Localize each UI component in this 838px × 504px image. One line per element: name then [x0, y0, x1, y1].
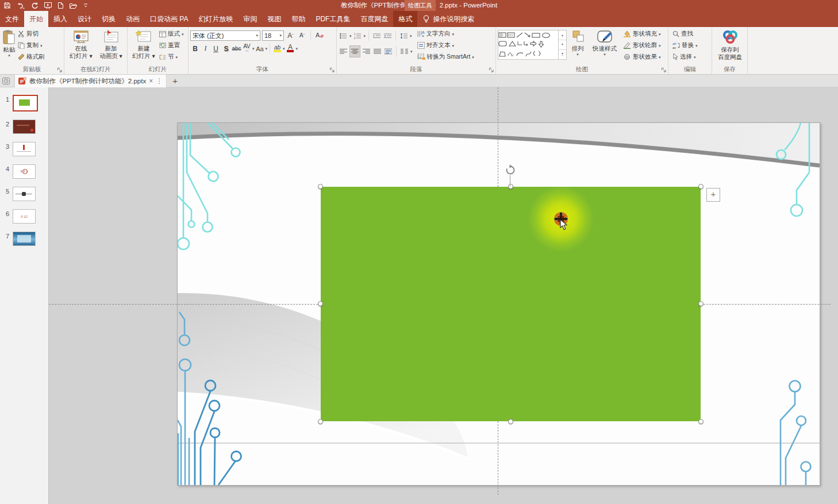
new-tab-button[interactable]: + — [172, 76, 178, 86]
tab-slideshow[interactable]: 幻灯片放映 — [193, 11, 238, 27]
resize-handle-top-left[interactable] — [318, 184, 323, 189]
gallery-down-icon[interactable]: ▾ — [559, 40, 566, 49]
tab-more-icon[interactable]: ⋮ — [156, 77, 163, 85]
resize-handle-bottom-left[interactable] — [318, 419, 323, 424]
text-direction-button[interactable]: A 文字方向▾ — [417, 29, 474, 39]
align-text-button[interactable]: 对齐文本▾ — [417, 40, 474, 51]
undo-icon[interactable] — [17, 2, 25, 9]
thumbnail-slide-4[interactable]: 4 3 2 1 — [3, 164, 48, 179]
tab-transitions[interactable]: 切换 — [97, 11, 121, 27]
thumbnail-slide-3[interactable]: 3 — [3, 142, 48, 156]
align-right-button[interactable] — [362, 46, 371, 57]
select-button[interactable]: 选择▾ — [672, 52, 698, 62]
italic-button[interactable]: I — [201, 43, 210, 54]
thumbnail-slide-6[interactable]: 6 5 12 — [3, 209, 48, 224]
columns-button[interactable] — [399, 46, 409, 57]
font-name-combo[interactable]: 宋体 (正文)▾ — [190, 30, 260, 41]
shrink-font-button[interactable]: Aˇ — [297, 30, 307, 41]
close-tab-icon[interactable]: × — [149, 77, 153, 85]
recent-presentations-icon[interactable] — [2, 77, 11, 85]
svg-text:A: A — [422, 30, 425, 34]
text-shadow-button[interactable]: S — [221, 43, 231, 54]
slideshow-icon[interactable] — [44, 2, 52, 9]
tab-animations[interactable]: 动画 — [121, 11, 145, 27]
bold-button[interactable]: B — [190, 43, 200, 54]
align-center-button[interactable] — [349, 45, 360, 57]
format-painter-button[interactable]: 格式刷 — [18, 52, 45, 62]
open-folder-icon[interactable] — [70, 3, 77, 9]
align-left-button[interactable] — [339, 46, 348, 57]
cut-button[interactable]: 剪切 — [18, 29, 45, 39]
underline-button[interactable]: U — [211, 43, 221, 54]
gallery-up-icon[interactable]: ▴ — [559, 30, 566, 40]
grow-font-button[interactable]: Aˆ — [286, 30, 295, 41]
resize-handle-middle-right[interactable] — [698, 301, 704, 306]
paste-button[interactable]: 粘贴 ▾ — [2, 29, 17, 58]
arrange-button[interactable]: 排列 ▾ — [567, 29, 589, 57]
highlight-color-button[interactable]: ab — [272, 43, 282, 54]
tab-review[interactable]: 审阅 — [238, 11, 262, 27]
shapes-gallery[interactable]: ▴ ▾ ▾̲ — [498, 30, 567, 60]
tab-format[interactable]: 格式 — [393, 11, 417, 27]
redo-icon[interactable] — [31, 2, 38, 9]
find-button[interactable]: 查找 — [672, 29, 698, 39]
tab-pdf-tools[interactable]: PDF工具集 — [310, 11, 355, 27]
font-size-combo[interactable]: 18▾ — [262, 30, 284, 41]
section-button[interactable]: 节▾ — [159, 52, 184, 62]
tab-home[interactable]: 开始 — [24, 11, 48, 27]
replace-button[interactable]: abac 替换▾ — [672, 40, 698, 51]
shapes-gallery-scrollbar[interactable]: ▴ ▾ ▾̲ — [558, 30, 566, 59]
tab-design[interactable]: 设计 — [72, 11, 97, 27]
distribute-button[interactable] — [383, 46, 393, 57]
add-shape-plus-button[interactable]: + — [706, 188, 720, 202]
gallery-more-icon[interactable]: ▾̲ — [559, 49, 566, 59]
new-file-icon[interactable] — [58, 2, 63, 9]
strikethrough-button[interactable]: abc — [232, 43, 241, 54]
quick-styles-button[interactable]: 快速样式 ▾ — [589, 29, 621, 57]
tab-baidu-netdisk[interactable]: 百度网盘 — [355, 11, 393, 27]
shape-outline-button[interactable]: 形状轮廓▾ — [623, 40, 661, 51]
thumbnail-slide-5[interactable]: 5 — [3, 187, 48, 201]
thumbnail-slide-2[interactable]: 2 — [3, 120, 48, 134]
resize-handle-bottom-right[interactable] — [698, 419, 704, 424]
decrease-indent-button[interactable] — [372, 30, 382, 41]
reset-button[interactable]: 重置 — [159, 40, 184, 51]
resize-handle-top-right[interactable] — [698, 184, 704, 189]
slide-canvas[interactable]: + — [49, 87, 838, 504]
shape-fill-button[interactable]: 形状填充▾ — [623, 29, 661, 39]
numbering-button[interactable]: 12 — [353, 30, 363, 41]
clear-formatting-button[interactable]: A — [314, 30, 324, 41]
thumbnail-slide-7[interactable]: 7 — [3, 232, 48, 246]
copy-button[interactable]: 复制▾ — [18, 40, 45, 51]
tab-pocket-animation[interactable]: 口袋动画 PA — [145, 11, 193, 27]
selected-green-rectangle[interactable] — [321, 187, 701, 421]
change-case-button[interactable]: Aa — [255, 43, 265, 54]
tab-file[interactable]: 文件 — [0, 11, 24, 27]
thumbnail-slide-1[interactable]: 1 — [3, 95, 48, 111]
tab-help[interactable]: 帮助 — [286, 11, 310, 27]
layout-button[interactable]: 版式▾ — [159, 29, 184, 39]
shape-effects-button[interactable]: 形状效果▾ — [623, 52, 661, 62]
save-icon[interactable] — [4, 2, 10, 9]
font-color-button[interactable]: A — [286, 43, 295, 54]
customize-toolbar-icon[interactable] — [83, 3, 88, 8]
increase-indent-button[interactable] — [383, 30, 393, 41]
tab-insert[interactable]: 插入 — [48, 11, 72, 27]
slide-thumbnail-panel[interactable]: 1 2 3 4 3 2 1 5 6 5 12 7 — [0, 87, 49, 504]
line-spacing-button[interactable] — [399, 30, 409, 41]
resize-handle-middle-left[interactable] — [318, 301, 323, 306]
online-slides-button[interactable]: 在线 幻灯片 ▾ — [66, 29, 96, 60]
resize-handle-bottom-center[interactable] — [508, 419, 513, 424]
resize-handle-top-center[interactable] — [508, 184, 513, 189]
convert-smartart-button[interactable]: 转换为 SmartArt▾ — [417, 52, 474, 62]
new-animation-page-button[interactable]: 新加 动画页 ▾ — [96, 29, 126, 60]
new-slide-button[interactable]: 新建 幻灯片 ▾ — [129, 29, 158, 60]
tell-me-search[interactable]: 操作说明搜索 — [423, 11, 474, 27]
character-spacing-button[interactable]: AV↔ — [242, 43, 252, 54]
document-tab[interactable]: P 教你制作《PPT制作倒计时功能》2.pptx × ⋮ — [14, 74, 167, 87]
bullets-button[interactable] — [339, 30, 348, 41]
tab-view[interactable]: 视图 — [262, 11, 286, 27]
justify-button[interactable] — [372, 46, 382, 57]
save-to-baidu-button[interactable]: 保存到 百度网盘 — [714, 29, 746, 61]
rotation-handle[interactable] — [505, 164, 516, 176]
